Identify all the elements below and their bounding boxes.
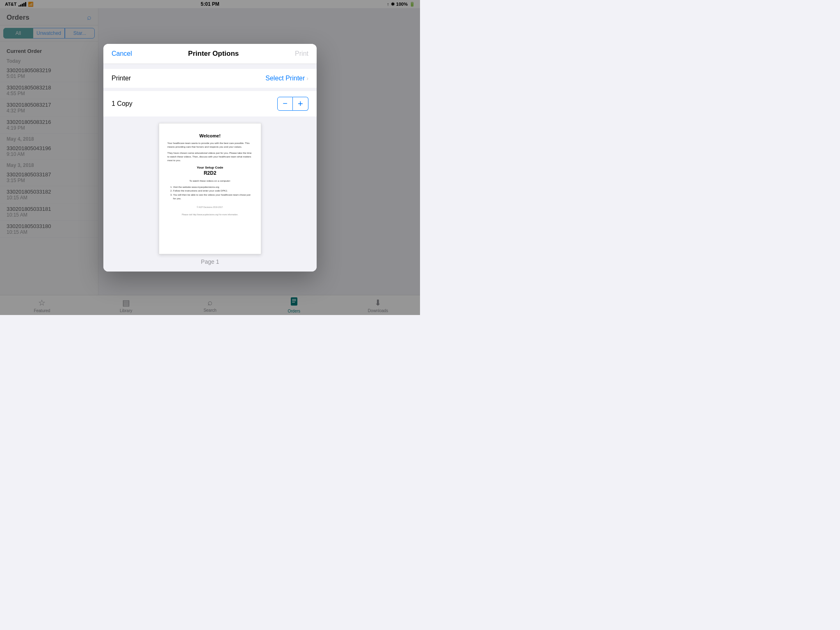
- printer-section: Printer Select Printer ›: [103, 69, 317, 88]
- copy-label: 1 Copy: [112, 100, 132, 107]
- printer-options-modal: Cancel Printer Options Print Printer Sel…: [103, 44, 317, 272]
- print-preview-page: Welcome! Your healthcare team wants to p…: [159, 123, 261, 254]
- doc-para1: Your healthcare team wants to provide yo…: [167, 142, 253, 149]
- doc-copyright: © ACP Decisions 2010-2017.: [167, 206, 253, 208]
- instruction-1: Visit the website www.myacpdecisions.org: [173, 185, 253, 189]
- printer-label: Printer: [112, 75, 131, 82]
- cancel-button[interactable]: Cancel: [112, 50, 132, 57]
- page-number: Page 1: [201, 258, 219, 265]
- doc-footer-url: Please visit http://www.acpdecisions.org…: [167, 213, 253, 216]
- setup-code-label: Your Setup Code: [167, 166, 253, 169]
- chevron-right-icon: ›: [306, 75, 308, 82]
- print-button[interactable]: Print: [295, 50, 308, 57]
- copy-stepper: − +: [277, 97, 308, 111]
- printer-row: Printer Select Printer ›: [103, 69, 317, 88]
- modal-header: Cancel Printer Options Print: [103, 44, 317, 64]
- doc-para2: They have chosen some educational videos…: [167, 151, 253, 162]
- select-printer-button[interactable]: Select Printer ›: [265, 75, 308, 82]
- instruction-2: Follow the instructions and enter your c…: [173, 189, 253, 193]
- copy-section: 1 Copy − +: [103, 91, 317, 116]
- instruction-3: You will then be able to see the videos …: [173, 193, 253, 201]
- modal-title: Printer Options: [188, 50, 239, 58]
- print-preview-area: Welcome! Your healthcare team wants to p…: [103, 116, 317, 272]
- doc-heading: Welcome!: [167, 133, 253, 138]
- printer-value: Select Printer: [265, 75, 305, 82]
- copy-row: 1 Copy − +: [103, 91, 317, 116]
- instructions-list: Visit the website www.myacpdecisions.org…: [167, 185, 253, 201]
- watch-label: To watch these videos on a computer:: [167, 179, 253, 183]
- modal-overlay: Cancel Printer Options Print Printer Sel…: [0, 0, 420, 315]
- setup-code-value: R2D2: [167, 170, 253, 176]
- increment-button[interactable]: +: [293, 97, 308, 111]
- decrement-button[interactable]: −: [277, 97, 293, 111]
